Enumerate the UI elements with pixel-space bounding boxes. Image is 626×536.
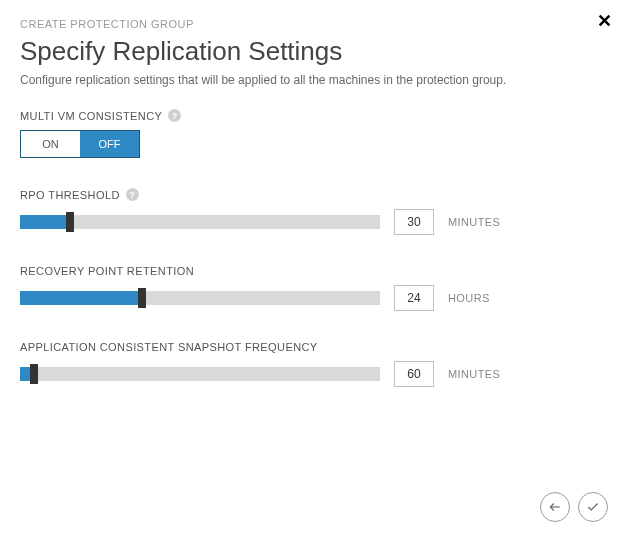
rpo-unit: MINUTES <box>448 216 500 228</box>
rpo-value-input[interactable] <box>394 209 434 235</box>
toggle-off[interactable]: OFF <box>80 131 139 157</box>
help-icon[interactable]: ? <box>168 109 181 122</box>
retention-field: RECOVERY POINT RETENTION HOURS <box>20 265 606 311</box>
snapshot-frequency-field: APPLICATION CONSISTENT SNAPSHOT FREQUENC… <box>20 341 606 387</box>
snapshot-label-text: APPLICATION CONSISTENT SNAPSHOT FREQUENC… <box>20 341 318 353</box>
page-subtitle: Configure replication settings that will… <box>20 73 606 87</box>
confirm-button[interactable] <box>578 492 608 522</box>
retention-slider[interactable] <box>20 291 380 305</box>
back-button[interactable] <box>540 492 570 522</box>
help-icon[interactable]: ? <box>126 188 139 201</box>
breadcrumb: CREATE PROTECTION GROUP <box>20 18 606 30</box>
retention-slider-fill <box>20 291 142 305</box>
retention-unit: HOURS <box>448 292 490 304</box>
toggle-on[interactable]: ON <box>21 131 80 157</box>
rpo-threshold-field: RPO THRESHOLD ? MINUTES <box>20 188 606 235</box>
wizard-footer <box>540 492 608 522</box>
retention-slider-thumb[interactable] <box>138 288 146 308</box>
rpo-label: RPO THRESHOLD ? <box>20 188 606 201</box>
snapshot-label: APPLICATION CONSISTENT SNAPSHOT FREQUENC… <box>20 341 606 353</box>
rpo-slider-fill <box>20 215 70 229</box>
retention-value-input[interactable] <box>394 285 434 311</box>
snapshot-slider[interactable] <box>20 367 380 381</box>
check-icon <box>586 500 600 514</box>
snapshot-slider-thumb[interactable] <box>30 364 38 384</box>
multi-vm-toggle[interactable]: ON OFF <box>20 130 140 158</box>
snapshot-unit: MINUTES <box>448 368 500 380</box>
snapshot-value-input[interactable] <box>394 361 434 387</box>
close-icon[interactable]: ✕ <box>597 10 612 32</box>
rpo-label-text: RPO THRESHOLD <box>20 189 120 201</box>
multi-vm-consistency-field: MULTI VM CONSISTENCY ? ON OFF <box>20 109 606 158</box>
multi-vm-label: MULTI VM CONSISTENCY ? <box>20 109 606 122</box>
retention-label-text: RECOVERY POINT RETENTION <box>20 265 194 277</box>
retention-label: RECOVERY POINT RETENTION <box>20 265 606 277</box>
page-title: Specify Replication Settings <box>20 36 606 67</box>
arrow-left-icon <box>548 500 562 514</box>
rpo-slider-thumb[interactable] <box>66 212 74 232</box>
multi-vm-label-text: MULTI VM CONSISTENCY <box>20 110 162 122</box>
rpo-slider[interactable] <box>20 215 380 229</box>
